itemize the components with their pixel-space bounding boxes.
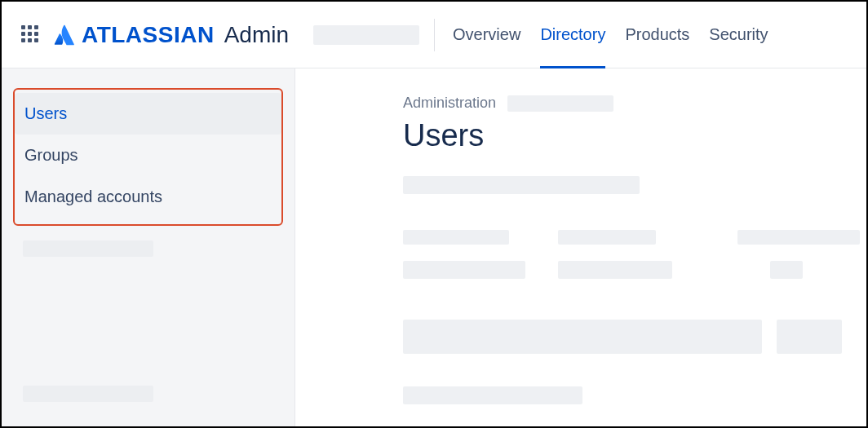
content-placeholder [558,230,656,245]
sidebar: Users Groups Managed accounts [2,68,295,426]
divider [434,19,435,51]
top-navigation: Overview Directory Products Security [453,2,768,68]
content-placeholder [558,261,672,279]
brand-product: Admin [224,22,289,48]
topnav-directory[interactable]: Directory [540,2,605,68]
content-placeholder [403,386,582,404]
content-placeholder [403,261,525,279]
brand-company: ATLASSIAN [82,22,215,48]
content-placeholder [403,230,509,245]
topbar: ATLASSIAN Admin Overview Directory Produ… [2,2,866,68]
sidebar-item-groups[interactable]: Groups [15,135,281,176]
content-placeholder-row [403,261,866,279]
page-title: Users [403,118,866,153]
content-placeholder [770,261,803,279]
content-placeholder [403,176,640,194]
topnav-products[interactable]: Products [625,2,689,68]
sidebar-highlight-box: Users Groups Managed accounts [13,88,283,226]
content-placeholder [737,230,860,245]
app-frame: ATLASSIAN Admin Overview Directory Produ… [0,0,868,428]
breadcrumb: Administration [403,95,866,112]
topnav-overview[interactable]: Overview [453,2,520,68]
app-switcher-icon[interactable] [21,25,41,45]
sidebar-placeholder-bottom [23,386,153,402]
breadcrumb-root[interactable]: Administration [403,95,496,112]
org-name-placeholder [313,25,419,45]
atlassian-logo-icon [52,24,75,46]
sidebar-item-managed-accounts[interactable]: Managed accounts [15,176,281,218]
sidebar-item-users[interactable]: Users [15,93,281,135]
sidebar-placeholder [23,240,153,257]
body: Users Groups Managed accounts Administra… [2,68,866,426]
topnav-security[interactable]: Security [709,2,768,68]
main-content: Administration Users [295,68,866,426]
breadcrumb-placeholder [507,95,613,112]
content-placeholder [777,320,842,354]
content-placeholder-row [403,320,866,354]
content-placeholder [403,320,762,354]
brand-logo[interactable]: ATLASSIAN Admin [52,22,289,48]
content-placeholder-row [403,230,866,245]
